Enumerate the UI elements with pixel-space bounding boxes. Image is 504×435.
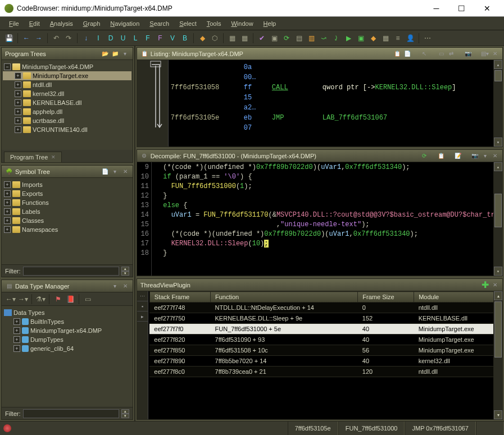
tv-mid-icon[interactable]: ▪ [137,301,148,312]
check-icon[interactable]: ✔ [256,33,267,44]
decompile-scrollbar[interactable]: ▴ ▾ [493,162,502,276]
mark-b-icon[interactable]: B [179,33,190,44]
panel-close-icon[interactable]: ✕ [491,50,499,58]
cursor-icon[interactable]: ↖ [420,50,428,58]
code-line[interactable]: ,"unique-needle-text"); [155,221,499,230]
menu-file[interactable]: File [4,19,24,29]
code-line[interactable]: else { [155,202,499,211]
continue-icon[interactable]: ▣ [355,33,366,44]
code-line[interactable]: (*(code *)(undefined *)0x7ff89b7022d0)(u… [155,230,499,240]
mark-l-icon[interactable]: L [130,33,141,44]
mark-d-icon[interactable]: D [105,33,116,44]
new-icon[interactable]: 📄 [101,168,109,176]
table-row[interactable]: eef277f748NTDLL.DLL::NtDelayExecution + … [149,303,502,313]
stack-icon[interactable]: ≡ [392,33,403,44]
listing-row[interactable]: 0a [171,62,502,72]
new-folder-icon[interactable]: 📂 [101,50,109,58]
mark-v-icon[interactable]: V [167,33,178,44]
tree-root[interactable]: Data Types [3,308,131,317]
listing-row[interactable]: 07 [171,123,502,133]
code-line[interactable]: } [155,249,499,259]
table-header[interactable]: Stack Frame [149,292,210,303]
panel-menu-icon[interactable]: ▾ [111,168,119,176]
forward-icon[interactable]: → [33,33,44,44]
run-icon[interactable]: ▶ [343,33,354,44]
step-into-icon[interactable]: ⤸ [330,33,342,44]
dtm-book-icon[interactable]: 📕 [65,294,76,305]
menu-graph[interactable]: Graph [79,19,105,29]
table-row[interactable]: eef277f8507ff6df531508 + 10c56MinidumpTa… [149,345,502,356]
filter-down-icon[interactable]: ▾ [121,271,129,276]
dtm-filter-input[interactable] [23,409,119,418]
filter-up-icon[interactable]: ▴ [121,267,129,271]
panel-menu-icon[interactable]: ▾ [121,50,129,58]
close-button[interactable]: ✕ [474,1,500,16]
dtm-filter-icon[interactable]: ⚗▾ [35,294,46,305]
code-line[interactable]: } [155,192,499,202]
tree-item[interactable]: +ucrtbase.dll [3,116,131,125]
regs-icon[interactable]: ▦ [380,33,391,44]
tree-item[interactable]: +MinidumpTarget.exe [3,71,131,80]
menu-help[interactable]: Help [259,19,281,29]
tree-item[interactable]: +apphelp.dll [3,107,131,116]
rerun-icon[interactable]: ⟳ [420,152,428,160]
step-over-icon[interactable]: ⤻ [318,33,329,44]
tree-item[interactable]: +Namespaces [3,225,131,234]
table-row[interactable]: eef277f750KERNELBASE.DLL::Sleep + 9e152K… [149,313,502,324]
code-line[interactable]: if (param_1 == '\0') { [155,173,499,182]
tree-item[interactable]: +generic_clib_64 [3,344,131,353]
undo-icon[interactable]: ↶ [51,33,62,44]
listing-row[interactable]: 15 [171,93,502,103]
panel-close-icon[interactable]: ✕ [491,152,499,160]
cfg2-icon[interactable]: ▦ [239,33,250,44]
copy-icon[interactable]: 📋 [393,50,401,58]
close-tab-icon[interactable]: ✕ [51,154,56,160]
more-icon[interactable]: ⋯ [422,33,433,44]
panel-close-icon[interactable]: ✕ [121,168,129,176]
listing-row[interactable]: 7ff6df531058ffCALLqword ptr [->KERNEL32.… [171,83,502,93]
tree-item[interactable]: +ntdll.dll [3,80,131,89]
table-header[interactable]: Function [211,292,358,303]
paste-icon[interactable]: 📄 [403,50,411,58]
db-icon[interactable]: ▤ [293,33,305,44]
mark-u-icon[interactable]: U [117,33,129,44]
tree-item[interactable]: +Classes [3,216,131,225]
symbol-filter-input[interactable] [23,267,119,276]
tree-root[interactable]: −MinidumpTarget-x64.DMP [3,62,131,71]
tree-item[interactable]: +BuiltInTypes [3,317,131,326]
down-icon[interactable]: ↓ [80,33,92,44]
fields-icon[interactable]: ▭ [437,50,445,58]
threadview-table[interactable]: Stack FrameFunctionFrame SizeModule eef2… [149,291,502,377]
threadview-scrollbar[interactable]: ▴ ▾ [493,291,502,419]
graph-icon[interactable]: ⬡ [209,33,220,44]
refresh-icon[interactable]: ⟳ [281,33,292,44]
menu-tools[interactable]: Tools [202,19,226,29]
redo-icon[interactable]: ↷ [63,33,74,44]
dtm-flag-icon[interactable]: ⚑ [52,294,63,305]
maximize-button[interactable]: ☐ [449,1,474,16]
tree-item[interactable]: +VCRUNTIME140.dll [3,125,131,134]
add-icon[interactable]: ✚ [481,281,489,289]
tree-item[interactable]: +kernel32.dll [3,89,131,98]
menu-navigation[interactable]: Navigation [106,19,144,29]
list-menu-icon[interactable]: ▤▾ [481,50,489,58]
tag-icon[interactable]: ◆ [197,33,208,44]
minimize-button[interactable]: ─ [424,1,449,16]
table-row[interactable]: eef277f8c07ff8b739cea0 + 21120ntdll.dll [149,367,502,377]
script1-icon[interactable]: ▣ [269,33,280,44]
tree-item[interactable]: +KERNELBASE.dll [3,98,131,107]
menu-analysis[interactable]: Analysis [46,19,78,29]
edit-icon[interactable]: 📝 [454,152,462,160]
listing-scrollbar[interactable]: ▴ ▾ [493,60,502,146]
code-line[interactable]: FUN_7ff6df531000(1); [155,182,499,192]
cfg1-icon[interactable]: ▦ [226,33,238,44]
save-icon[interactable]: 💾 [3,33,15,44]
copy-icon[interactable]: 📋 [437,152,445,160]
tree-item[interactable]: +Functions [3,198,131,207]
tv-ptr-icon[interactable]: ▸ [137,312,148,322]
code-line[interactable]: uVar1 = FUN_7ff6df531170(&MSVCP140.DLL::… [155,211,499,221]
filter-up-icon[interactable]: ▴ [121,409,129,414]
panel-close-icon[interactable]: ✕ [121,282,129,290]
mark-i-icon[interactable]: I [93,33,104,44]
snapshot-icon[interactable]: 📷 [464,50,472,58]
